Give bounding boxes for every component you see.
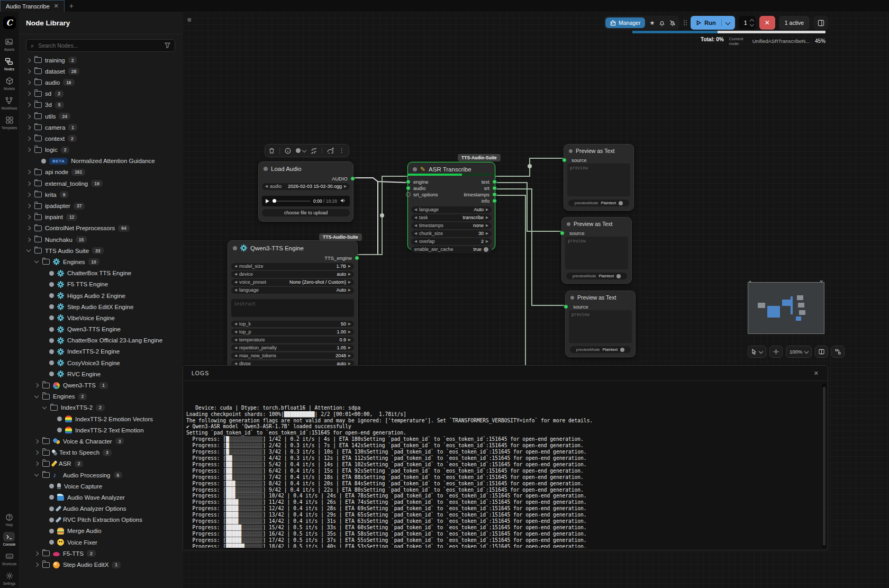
next-arrow-icon[interactable]: ▶ bbox=[348, 346, 351, 350]
toggle-knob[interactable] bbox=[619, 201, 623, 205]
tree-item[interactable]: ControlNet Preprocessors 64 bbox=[19, 223, 183, 234]
reroute-dot[interactable] bbox=[380, 213, 384, 218]
preview-textarea[interactable]: preview bbox=[569, 310, 632, 343]
input-row[interactable]: source bbox=[564, 157, 633, 163]
widget-audio[interactable]: ◀ audio 2026-02-03 15-02-30.ogg ▶ bbox=[262, 183, 350, 190]
next-arrow-icon[interactable]: ▶ bbox=[348, 288, 351, 292]
tree-item[interactable]: IndexTTS-2 Engine bbox=[19, 346, 183, 357]
next-arrow-icon[interactable]: ▶ bbox=[344, 184, 347, 188]
output-port[interactable] bbox=[492, 179, 497, 184]
widget-row[interactable]: ◀ timestamps none ▶ bbox=[411, 222, 492, 229]
prev-arrow-icon[interactable]: ◀ bbox=[234, 346, 237, 350]
scrollbar-thumb[interactable] bbox=[823, 387, 826, 546]
toggle-knob[interactable] bbox=[616, 274, 621, 278]
tree-item[interactable]: CosyVoice3 Engine bbox=[19, 357, 183, 368]
tree-item[interactable]: ChatterBox TTS Engine bbox=[19, 268, 183, 279]
tree-item[interactable]: external_tooling 19 bbox=[19, 178, 183, 189]
reroute-dot[interactable] bbox=[528, 164, 532, 168]
prev-arrow-icon[interactable]: ◀ bbox=[234, 322, 237, 326]
manager-button[interactable]: Manager bbox=[605, 17, 645, 28]
input-port[interactable] bbox=[564, 304, 568, 309]
rail-item-assets[interactable]: Assets bbox=[4, 37, 15, 51]
node-qwen3-tts-engine[interactable]: Qwen3-TTS Engine TTS_engine ◀ model_size… bbox=[228, 240, 358, 380]
output-row[interactable]: timestamps bbox=[464, 191, 495, 197]
tree-item[interactable]: audio 16 bbox=[19, 77, 183, 88]
tree-item[interactable]: Voice Fixer bbox=[19, 537, 183, 548]
widget-row[interactable]: ◀ top_k 50 ▶ bbox=[231, 321, 354, 328]
tree-item[interactable]: sd 2 bbox=[19, 88, 183, 99]
tree-item[interactable]: api node 161 bbox=[19, 167, 183, 178]
next-arrow-icon[interactable]: ▶ bbox=[348, 272, 351, 276]
tree-item[interactable]: training 2 bbox=[19, 55, 183, 66]
graph-view-button[interactable] bbox=[831, 346, 845, 358]
prev-arrow-icon[interactable]: ◀ bbox=[414, 215, 417, 220]
prev-arrow-icon[interactable]: ◀ bbox=[414, 239, 417, 243]
seek-slider[interactable] bbox=[273, 199, 310, 203]
logs-output[interactable]: Device: cuda | Dtype: torch.bfloat16 | A… bbox=[186, 386, 819, 548]
widget-row[interactable]: ◀ task transcribe ▶ bbox=[411, 214, 492, 221]
tree-item[interactable]: IndexTTS-2 Text Emotion bbox=[19, 424, 183, 436]
comfyui-logo[interactable]: C bbox=[3, 16, 16, 29]
collapse-node-icon[interactable] bbox=[311, 148, 317, 154]
prev-arrow-icon[interactable]: ◀ bbox=[234, 288, 237, 292]
preview-mode-row[interactable]: previewMode Plaintext bbox=[570, 346, 631, 353]
rerun-node-icon[interactable] bbox=[327, 148, 334, 153]
toggle-knob[interactable] bbox=[484, 247, 488, 252]
rail-item-models[interactable]: Models bbox=[4, 76, 15, 91]
tree-item[interactable]: Voice Capture bbox=[19, 481, 183, 492]
active-jobs-button[interactable]: 1 active bbox=[779, 16, 810, 30]
tree-item[interactable]: TTS Audio Suite 33 bbox=[19, 245, 183, 256]
rail-item-help[interactable]: Help bbox=[5, 512, 14, 527]
output-row[interactable]: text bbox=[464, 178, 495, 185]
preview-textarea[interactable]: preview bbox=[565, 237, 628, 269]
next-arrow-icon[interactable]: ▶ bbox=[486, 223, 488, 228]
tree-item[interactable]: F5 TTS Engine bbox=[19, 279, 183, 290]
output-port[interactable] bbox=[355, 256, 359, 260]
prev-arrow-icon[interactable]: ◀ bbox=[234, 338, 237, 342]
panel-toggle-button[interactable] bbox=[813, 16, 828, 30]
tree-item[interactable]: F5-TTS 2 bbox=[19, 548, 183, 559]
cancel-button[interactable]: ✕ bbox=[759, 16, 775, 30]
node-title-row[interactable]: Preview as Text bbox=[566, 291, 635, 302]
prev-arrow-icon[interactable]: ◀ bbox=[234, 330, 237, 334]
widget-row[interactable]: ◀ language Auto ▶ bbox=[231, 287, 354, 294]
graph-canvas[interactable]: ≡ ⋮ Load Audio bbox=[183, 12, 889, 588]
input-port[interactable] bbox=[406, 186, 411, 191]
rail-item-templates[interactable]: Templates bbox=[2, 115, 17, 130]
widget-row[interactable]: ◀ repetition_penalty 1.05 ▶ bbox=[231, 345, 354, 351]
widget-row[interactable]: ◀ voice_preset None (Zero-shot / Custom)… bbox=[231, 279, 354, 286]
tree-item[interactable]: Engines 10 bbox=[19, 256, 183, 267]
widget-row[interactable]: ◀ chunk_size 30 ▶ bbox=[411, 230, 492, 237]
filter-icon[interactable] bbox=[165, 41, 170, 50]
tree-item[interactable]: RVC Pitch Extraction Options bbox=[19, 514, 183, 526]
output-port[interactable] bbox=[350, 176, 355, 181]
next-arrow-icon[interactable]: ▶ bbox=[348, 330, 351, 334]
tree-item[interactable]: Qwen3-TTS 1 bbox=[19, 379, 183, 391]
logs-header[interactable]: LOGS ✕ bbox=[183, 366, 828, 381]
widget-row[interactable]: ◀ language Auto ▶ bbox=[411, 206, 492, 213]
tree-item[interactable]: Audio Processing 6 bbox=[19, 469, 183, 481]
chevron-down-icon[interactable] bbox=[725, 20, 730, 25]
stepper-icons[interactable] bbox=[750, 20, 754, 26]
tree-item[interactable]: krita 9 bbox=[19, 189, 183, 200]
output-row[interactable]: srt bbox=[464, 185, 495, 191]
tree-item[interactable]: RVC Engine bbox=[19, 368, 183, 379]
rail-item-workflows[interactable]: Workflows bbox=[2, 96, 17, 110]
input-port[interactable] bbox=[406, 179, 411, 184]
node-title-row[interactable]: Preview as Text bbox=[562, 218, 631, 228]
tree-item[interactable]: IndexTTS-2 Emotion Vectors bbox=[19, 413, 183, 424]
notification-bell-icon[interactable] bbox=[659, 20, 665, 26]
widget-row[interactable]: ◀ temperature 0.9 ▶ bbox=[231, 337, 354, 343]
widget-row[interactable]: ◀ top_p 1.00 ▶ bbox=[231, 329, 354, 336]
tree-item[interactable]: inpaint 12 bbox=[19, 212, 183, 223]
node-preview-as-text[interactable]: Preview as Text source preview previewMo… bbox=[564, 144, 634, 211]
input-row[interactable]: audio bbox=[408, 185, 438, 191]
more-options-icon[interactable]: ⋮ bbox=[339, 147, 345, 154]
tree-item[interactable]: 3d 5 bbox=[19, 99, 183, 111]
prev-arrow-icon[interactable]: ◀ bbox=[414, 223, 417, 228]
widget-row[interactable]: ◀ model_size 1.7B ▶ bbox=[231, 263, 354, 270]
preview-textarea[interactable]: preview bbox=[567, 164, 630, 196]
node-preview-as-text[interactable]: Preview as Text source preview previewMo… bbox=[561, 217, 632, 284]
tree-item[interactable]: Step Audio EditX Engine bbox=[19, 301, 183, 312]
tree-item[interactable]: BETA Normalized Attention Guidance bbox=[19, 156, 183, 167]
